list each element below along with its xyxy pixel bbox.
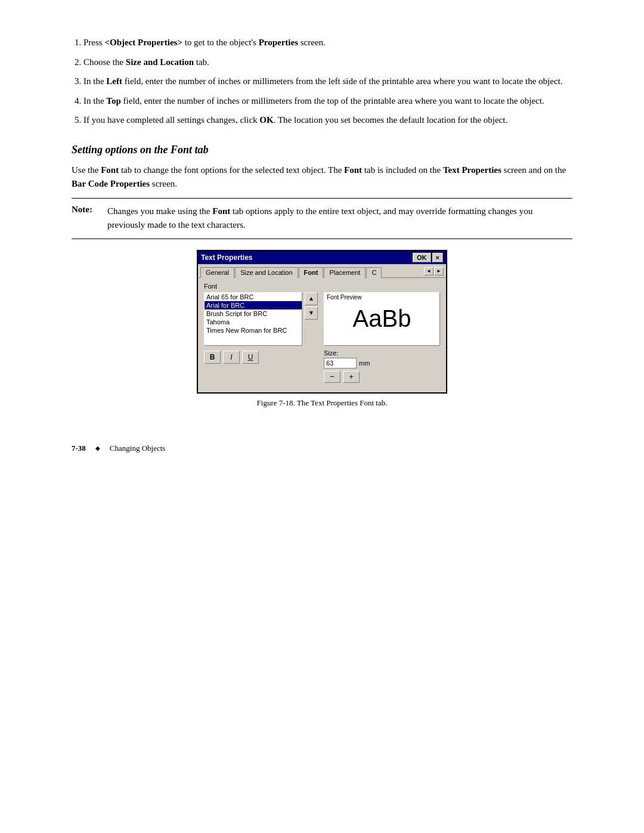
size-unit-label: mm <box>359 360 370 367</box>
size-input[interactable] <box>324 358 357 368</box>
tab-nav-arrows: ◄ ► <box>424 267 444 277</box>
font-scroll-up[interactable]: ▲ <box>305 292 318 305</box>
font-list-and-scroll: Arial 65 for BRC Arial for BRC Brush Scr… <box>204 292 318 346</box>
font-preview-box: Font Preview AaBb <box>324 292 440 346</box>
font-scroll-buttons: ▲ ▼ <box>305 292 318 346</box>
italic-button[interactable]: I <box>223 351 240 364</box>
footer-bullet: ◆ <box>95 445 100 451</box>
font-list-section: Arial 65 for BRC Arial for BRC Brush Scr… <box>204 292 318 383</box>
footer-page-number: 7-38 <box>72 444 86 453</box>
page-footer: 7-38 ◆ Changing Objects <box>72 444 572 453</box>
dialog-body: Font Arial 65 for BRC Arial for BRC Brus… <box>198 278 446 392</box>
font-scroll-down[interactable]: ▼ <box>305 306 318 320</box>
tab-size-and-location[interactable]: Size and Location <box>235 267 298 278</box>
footer-section-label: Changing Objects <box>110 444 166 453</box>
step-1: Press <Object Properties> to get to the … <box>83 36 572 49</box>
dialog-titlebar-buttons: OK × <box>413 253 443 262</box>
body-paragraph: Use the Font tab to change the font opti… <box>72 163 572 191</box>
tab-c[interactable]: C <box>366 267 382 278</box>
step-4: In the Top field, enter the number of in… <box>83 94 572 108</box>
tab-placement[interactable]: Placement <box>324 267 366 278</box>
font-item-tahoma[interactable]: Tahoma <box>205 318 302 326</box>
dialog-close-button[interactable]: × <box>432 253 443 262</box>
step-3: In the Left field, enter the number of i… <box>83 75 572 88</box>
tab-general[interactable]: General <box>200 267 234 278</box>
tab-scroll-right[interactable]: ► <box>434 267 444 275</box>
tab-scroll-left[interactable]: ◄ <box>424 267 434 275</box>
bold-button[interactable]: B <box>204 351 221 364</box>
step-2: Choose the Size and Location tab. <box>83 55 572 69</box>
minus-button[interactable]: − <box>324 371 340 383</box>
dialog-tabs-bar: General Size and Location Font Placement… <box>198 264 446 278</box>
size-input-row: mm <box>324 358 440 368</box>
font-item-arial65[interactable]: Arial 65 for BRC <box>205 293 302 301</box>
note-label: Note: <box>72 205 103 233</box>
format-buttons: B I U <box>204 351 318 364</box>
note-block: Note: Changes you make using the Font ta… <box>72 198 572 239</box>
dialog-content-row: Arial 65 for BRC Arial for BRC Brush Scr… <box>204 292 440 383</box>
note-text: Changes you make using the Font tab opti… <box>107 205 572 233</box>
steps-list: Press <Object Properties> to get to the … <box>83 36 572 127</box>
font-item-arial[interactable]: Arial for BRC <box>205 301 302 309</box>
page-content: Press <Object Properties> to get to the … <box>72 36 572 453</box>
dialog-title: Text Properties <box>201 253 252 262</box>
tab-font[interactable]: Font <box>299 267 324 278</box>
underline-button[interactable]: U <box>242 351 259 364</box>
section-heading: Setting options on the Font tab <box>72 144 572 156</box>
dialog-ok-button[interactable]: OK <box>413 253 431 262</box>
figure-caption: Figure 7-18. The Text Properties Font ta… <box>257 398 388 408</box>
font-section-label: Font <box>204 283 440 290</box>
dialog-titlebar: Text Properties OK × <box>198 251 446 264</box>
font-item-times[interactable]: Times New Roman for BRC <box>205 326 302 335</box>
dialog-window: Text Properties OK × General Size and Lo… <box>197 250 447 394</box>
font-listbox[interactable]: Arial 65 for BRC Arial for BRC Brush Scr… <box>204 292 302 346</box>
font-preview-text: AaBb <box>353 305 411 332</box>
size-row: Size: <box>324 349 440 357</box>
figure-container: Text Properties OK × General Size and Lo… <box>72 250 572 408</box>
plus-button[interactable]: + <box>343 371 360 383</box>
plusminus-row: − + <box>324 371 440 383</box>
font-preview-section: Font Preview AaBb Size: mm − + <box>324 292 440 383</box>
size-label: Size: <box>324 349 338 357</box>
step-5: If you have completed all settings chang… <box>83 113 572 127</box>
font-preview-legend: Font Preview <box>327 294 361 301</box>
font-item-brush[interactable]: Brush Script for BRC <box>205 309 302 318</box>
